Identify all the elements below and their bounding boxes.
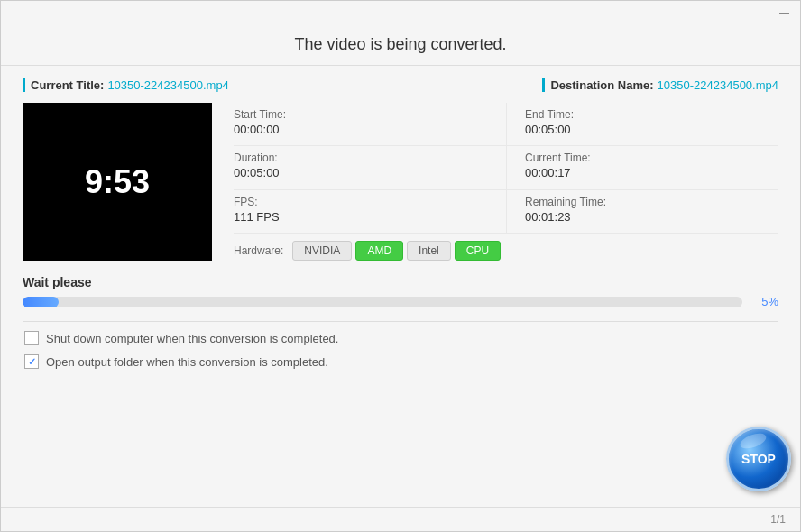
remaining-time-label: Remaining Time: <box>525 196 768 208</box>
current-time-cell: Current Time: 00:00:17 <box>506 146 778 189</box>
hardware-label: Hardware: <box>234 244 283 257</box>
wait-label: Wait please <box>23 275 778 289</box>
hardware-row: Hardware: NVIDIA AMD Intel CPU <box>234 234 778 261</box>
shutdown-checkbox[interactable] <box>24 331 39 345</box>
end-time-value: 00:05:00 <box>525 123 768 136</box>
open-folder-checkbox[interactable] <box>24 354 39 369</box>
fps-cell: FPS: 111 FPS <box>234 190 506 234</box>
stop-button-label: STOP <box>741 452 776 466</box>
fps-label: FPS: <box>234 196 495 208</box>
open-folder-label: Open output folder when this conversion … <box>46 355 328 369</box>
intel-button[interactable]: Intel <box>407 241 451 261</box>
progress-track <box>23 297 742 307</box>
start-time-value: 00:00:00 <box>234 123 495 136</box>
open-folder-checkbox-row: Open output folder when this conversion … <box>24 354 778 369</box>
progress-percent: 5% <box>751 295 778 308</box>
remaining-time-cell: Remaining Time: 00:01:23 <box>506 190 778 234</box>
progress-section: Wait please 5% <box>23 275 778 308</box>
current-time-value: 00:00:17 <box>525 166 768 179</box>
stop-button-wrapper: STOP <box>726 427 791 491</box>
hardware-buttons: NVIDIA AMD Intel CPU <box>292 241 501 261</box>
end-time-cell: End Time: 00:05:00 <box>506 103 778 146</box>
shutdown-label: Shut down computer when this conversion … <box>46 332 338 345</box>
title-row: Current Title: 10350-224234500.mp4 Desti… <box>23 78 778 92</box>
current-title-value: 10350-224234500.mp4 <box>107 78 228 92</box>
stop-button[interactable]: STOP <box>726 427 791 491</box>
destination-label: Destination Name: <box>542 78 653 92</box>
video-area: 9:53 Start Time: 00:00:00 End Time: 00:0… <box>23 103 778 261</box>
pagination-label: 1/1 <box>770 513 786 526</box>
amd-button[interactable]: AMD <box>355 241 403 261</box>
duration-value: 00:05:00 <box>234 166 495 179</box>
duration-cell: Duration: 00:05:00 <box>234 146 506 189</box>
start-time-cell: Start Time: 00:00:00 <box>234 103 506 146</box>
duration-label: Duration: <box>234 151 495 164</box>
cpu-button[interactable]: CPU <box>455 241 501 261</box>
page-title: The video is being converted. <box>1 23 800 66</box>
info-grid: Start Time: 00:00:00 End Time: 00:05:00 … <box>234 103 778 234</box>
minimize-button[interactable]: — <box>776 6 793 17</box>
current-time-label: Current Time: <box>525 151 768 164</box>
bottom-bar: 1/1 <box>1 507 800 531</box>
destination-value: 10350-224234500.mp4 <box>658 78 778 92</box>
end-time-label: End Time: <box>525 108 768 121</box>
current-title-label: Current Title: <box>23 78 104 92</box>
nvidia-button[interactable]: NVIDIA <box>292 241 352 261</box>
checkboxes: Shut down computer when this conversion … <box>23 331 778 369</box>
start-time-label: Start Time: <box>234 108 495 121</box>
progress-bar-row: 5% <box>23 295 778 308</box>
progress-fill <box>23 297 59 307</box>
shutdown-checkbox-row: Shut down computer when this conversion … <box>24 331 778 345</box>
divider <box>23 321 778 322</box>
remaining-time-value: 00:01:23 <box>525 210 768 224</box>
video-timecode: 9:53 <box>85 163 150 201</box>
fps-value: 111 FPS <box>234 210 495 224</box>
video-thumbnail: 9:53 <box>23 103 212 261</box>
